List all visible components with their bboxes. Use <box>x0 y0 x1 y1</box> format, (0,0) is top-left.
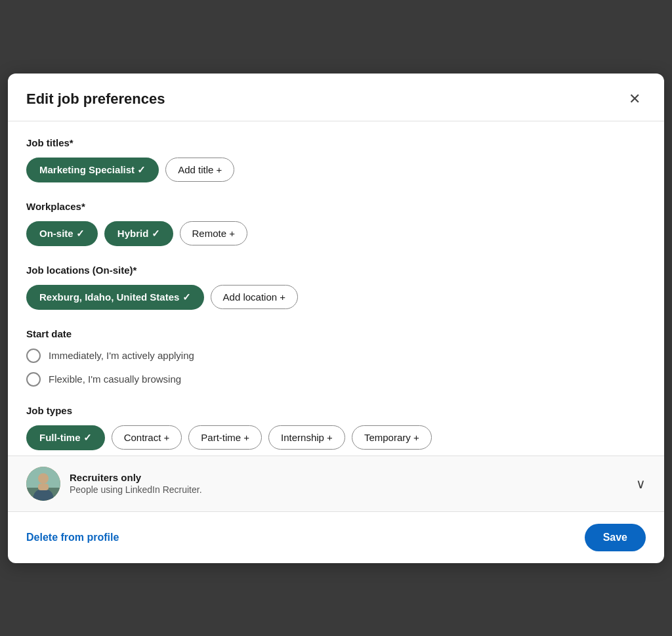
chip-remote[interactable]: Remote + <box>180 221 247 245</box>
recruiter-expand-button[interactable]: ∨ <box>636 476 646 492</box>
radio-flexible-label: Flexible, I'm casually browsing <box>49 373 181 385</box>
chip-contract[interactable]: Contract + <box>112 425 182 450</box>
recruiter-bar: Recruiters only People using LinkedIn Re… <box>8 456 664 511</box>
radio-flexible[interactable]: Flexible, I'm casually browsing <box>26 372 646 387</box>
chip-rexburg[interactable]: Rexburg, Idaho, United States ✓ <box>26 285 204 310</box>
start-date-label: Start date <box>26 328 646 339</box>
modal-footer: Delete from profile Save <box>8 511 664 563</box>
edit-job-preferences-modal: Edit job preferences ✕ Job titles* Marke… <box>8 74 664 563</box>
chip-full-time[interactable]: Full-time ✓ <box>26 425 105 450</box>
svg-rect-5 <box>38 484 49 490</box>
job-types-chips-row: Full-time ✓ Contract + Part-time + Inter… <box>26 425 646 450</box>
job-titles-section: Job titles* Marketing Specialist ✓ Add t… <box>26 137 646 182</box>
job-types-section: Job types Full-time ✓ Contract + Part-ti… <box>26 405 646 450</box>
chip-internship[interactable]: Internship + <box>268 425 345 450</box>
add-location-button[interactable]: Add location + <box>211 285 299 309</box>
radio-circle-immediately <box>26 349 41 363</box>
save-button[interactable]: Save <box>585 524 646 551</box>
chip-hybrid-text: Hybrid ✓ <box>117 228 160 240</box>
start-date-radio-group: Immediately, I'm actively applying Flexi… <box>26 349 646 387</box>
recruiter-text: Recruiters only People using LinkedIn Re… <box>70 472 627 495</box>
add-title-button[interactable]: Add title + <box>165 158 234 182</box>
chip-marketing-specialist-text: Marketing Specialist ✓ <box>39 164 146 176</box>
modal-header: Edit job preferences ✕ <box>8 74 664 121</box>
radio-immediately-label: Immediately, I'm actively applying <box>49 350 194 361</box>
modal-title: Edit job preferences <box>26 91 165 108</box>
avatar <box>26 467 60 501</box>
chip-on-site[interactable]: On-site ✓ <box>26 221 98 246</box>
chip-part-time[interactable]: Part-time + <box>188 425 262 450</box>
recruiter-subtitle: People using LinkedIn Recruiter. <box>70 484 627 495</box>
job-types-label: Job types <box>26 405 646 416</box>
chip-full-time-text: Full-time ✓ <box>39 432 92 444</box>
close-button[interactable]: ✕ <box>623 88 646 110</box>
job-locations-label: Job locations (On-site)* <box>26 265 646 276</box>
job-titles-label: Job titles* <box>26 137 646 148</box>
chip-on-site-text: On-site ✓ <box>39 228 85 240</box>
radio-circle-flexible <box>26 372 41 387</box>
svg-point-4 <box>38 473 49 484</box>
modal-body: Job titles* Marketing Specialist ✓ Add t… <box>8 121 664 450</box>
delete-from-profile-button[interactable]: Delete from profile <box>26 532 119 543</box>
workplaces-chips-row: On-site ✓ Hybrid ✓ Remote + <box>26 221 646 246</box>
chip-hybrid[interactable]: Hybrid ✓ <box>104 221 173 246</box>
job-locations-chips-row: Rexburg, Idaho, United States ✓ Add loca… <box>26 285 646 310</box>
workplaces-section: Workplaces* On-site ✓ Hybrid ✓ Remote + <box>26 201 646 246</box>
job-titles-chips-row: Marketing Specialist ✓ Add title + <box>26 158 646 182</box>
radio-immediately[interactable]: Immediately, I'm actively applying <box>26 349 646 363</box>
chip-marketing-specialist[interactable]: Marketing Specialist ✓ <box>26 158 159 182</box>
job-locations-section: Job locations (On-site)* Rexburg, Idaho,… <box>26 265 646 310</box>
chip-rexburg-text: Rexburg, Idaho, United States ✓ <box>39 291 191 303</box>
workplaces-label: Workplaces* <box>26 201 646 212</box>
start-date-section: Start date Immediately, I'm actively app… <box>26 328 646 387</box>
recruiter-title: Recruiters only <box>70 472 627 483</box>
chip-temporary[interactable]: Temporary + <box>352 425 432 450</box>
